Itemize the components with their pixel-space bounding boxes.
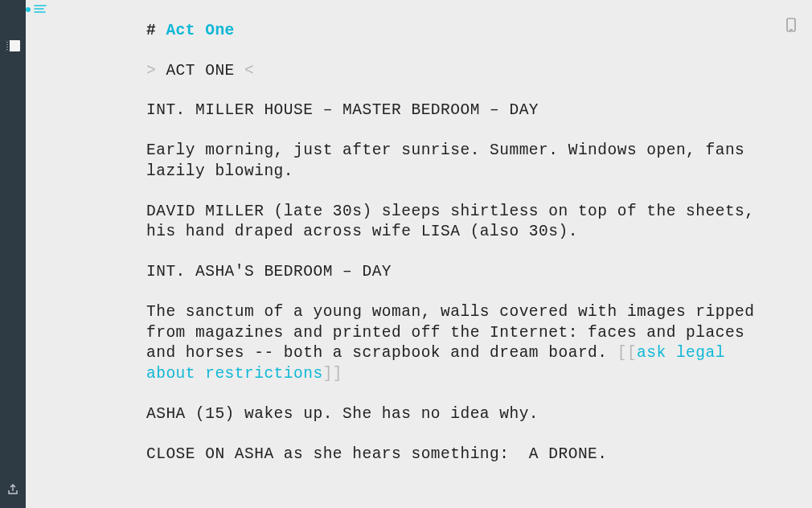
outline-view-icon[interactable]: [34, 5, 47, 14]
view-tabs: [26, 5, 47, 14]
content-area: # Act One > ACT ONE < INT. MILLER HOUSE …: [26, 0, 812, 508]
scene-slug: INT. MILLER HOUSE – MASTER BEDROOM – DAY: [146, 100, 764, 121]
scene-description: Early morning, just after sunrise. Summe…: [146, 141, 764, 182]
svg-rect-3: [7, 44, 8, 45]
share-icon[interactable]: [6, 483, 19, 500]
heading-hash: #: [146, 22, 156, 39]
note-bracket-open: [[: [617, 344, 637, 362]
app-window: # Act One > ACT ONE < INT. MILLER HOUSE …: [0, 0, 812, 508]
scene-slug: INT. ASHA'S BEDROOM – DAY: [146, 262, 764, 283]
scene-action: DAVID MILLER (late 30s) sleeps shirtless…: [146, 202, 764, 243]
dot-indicator-icon: [26, 7, 31, 12]
svg-rect-2: [7, 42, 8, 43]
scene-description: The sanctum of a young woman, walls cove…: [146, 302, 764, 385]
act-marker: > ACT ONE <: [146, 61, 764, 82]
heading-title: Act One: [166, 22, 234, 39]
marker-label: ACT ONE: [166, 62, 234, 80]
marker-left: >: [146, 62, 156, 80]
svg-rect-5: [7, 49, 8, 50]
note-bracket-close: ]]: [323, 365, 342, 383]
scene-action: CLOSE ON ASHA as she hears something: A …: [146, 444, 764, 465]
marker-right: <: [244, 62, 254, 80]
svg-rect-4: [7, 47, 8, 47]
heading: # Act One: [146, 21, 764, 42]
scene-action: ASHA (15) wakes up. She has no idea why.: [146, 404, 764, 425]
sidebar: [0, 0, 26, 508]
device-preview-icon[interactable]: [786, 18, 796, 32]
editor[interactable]: # Act One > ACT ONE < INT. MILLER HOUSE …: [146, 21, 764, 508]
page-thumbnail-icon[interactable]: [6, 40, 20, 51]
